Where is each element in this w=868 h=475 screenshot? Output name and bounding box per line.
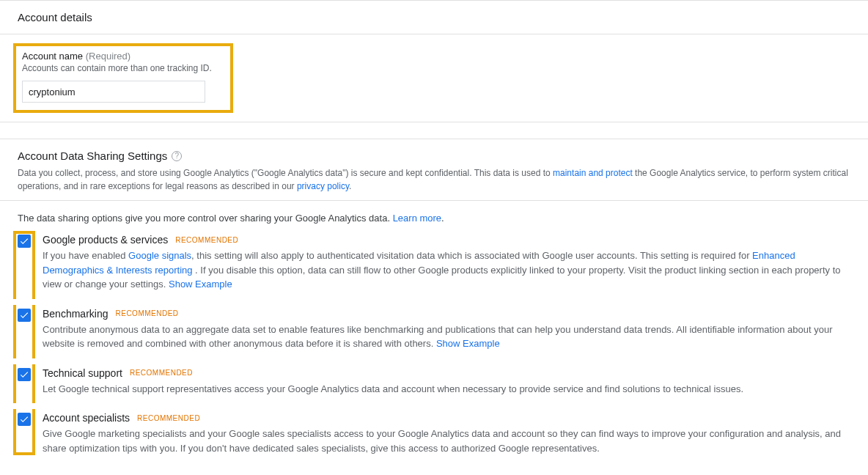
option-description: If you have enabled Google signals, this… [43,248,850,292]
recommended-badge: RECOMMENDED [137,414,200,422]
data-sharing-description: Data you collect, process, and store usi… [18,166,850,193]
checkbox-benchmarking[interactable] [18,309,31,322]
data-sharing-section: Account Data Sharing Settings ? Data you… [0,139,868,470]
show-example-link[interactable]: Show Example [436,338,500,349]
maintain-protect-link[interactable]: maintain and protect [553,168,633,178]
account-details-title: Account details [18,11,92,23]
option-title: Benchmarking [43,308,108,320]
help-icon[interactable]: ? [172,151,182,161]
checkbox-technical-support[interactable] [18,368,31,381]
option-description: Contribute anonymous data to an aggregat… [43,323,850,351]
recommended-badge: RECOMMENDED [116,309,179,317]
show-example-link[interactable]: Show Example [169,279,232,290]
option-title: Technical support [43,367,122,379]
option-description: Give Google marketing specialists and yo… [43,427,850,455]
account-name-block: Account name (Required) Accounts can con… [13,43,233,113]
account-name-required: (Required) [86,51,130,62]
option-account-specialists: Account specialists RECOMMENDED Give Goo… [18,412,850,455]
option-title: Google products & services [43,234,168,246]
checkbox-google-products[interactable] [18,235,31,248]
account-name-input[interactable] [22,81,205,103]
checkbox-account-specialists[interactable] [18,413,31,426]
option-title: Account specialists [43,412,130,424]
option-google-products: Google products & services RECOMMENDED I… [18,234,850,292]
recommended-badge: RECOMMENDED [130,369,193,377]
data-sharing-title: Account Data Sharing Settings [18,150,167,162]
data-sharing-body: The data sharing options give you more c… [0,201,868,470]
google-signals-link[interactable]: Google signals [128,250,191,261]
option-technical-support: Technical support RECOMMENDED Let Google… [18,367,850,397]
privacy-policy-link[interactable]: privacy policy [297,181,349,191]
data-sharing-intro: The data sharing options give you more c… [18,213,850,224]
data-sharing-header: Account Data Sharing Settings ? Data you… [0,139,868,201]
learn-more-link[interactable]: Learn more [393,213,441,224]
account-name-label: Account name [22,51,83,62]
option-description: Let Google technical support representat… [43,382,850,397]
account-details-header: Account details [0,1,868,34]
account-name-help: Accounts can contain more than one track… [22,63,224,73]
account-details-section: Account details Account name (Required) … [0,0,868,122]
recommended-badge: RECOMMENDED [175,236,238,244]
option-benchmarking: Benchmarking RECOMMENDED Contribute anon… [18,308,850,351]
